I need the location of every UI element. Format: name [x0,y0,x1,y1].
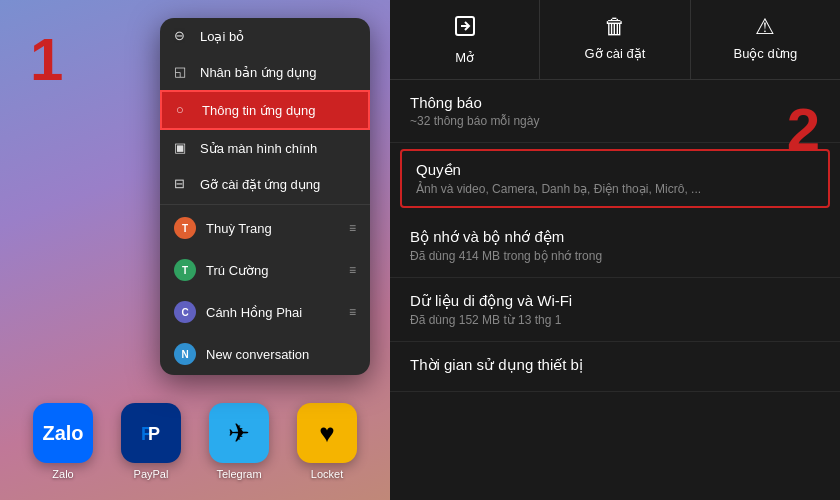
menu-item-nhan-ban[interactable]: ◱ Nhân bản ứng dụng [160,54,370,90]
telegram-label: Telegram [216,468,261,480]
zalo-label: Zalo [52,468,73,480]
context-menu: ⊖ Loại bỏ ◱ Nhân bản ứng dụng ○ Thông ti… [160,18,370,375]
sua-man-hinh-icon: ▣ [174,140,190,156]
action-bar: Mở 🗑 Gỡ cài đặt ⚠ Buộc dừng [390,0,840,80]
step-1-label: 1 [30,30,63,90]
go-cai-dat-label: Gỡ cài đặt ứng dụng [200,177,320,192]
thuy-trang-avatar: T [174,217,196,239]
left-panel: 1 ⊖ Loại bỏ ◱ Nhân bản ứng dụng ○ Thông … [0,0,390,500]
dock-item-paypal[interactable]: PP PayPal [121,403,181,480]
quyen-title: Quyền [416,161,814,179]
du-lieu-subtitle: Đã dùng 152 MB từ 13 thg 1 [410,313,820,327]
menu-item-go-cai-dat-app[interactable]: ⊟ Gỡ cài đặt ứng dụng [160,166,370,202]
go-cai-dat-btn-icon: 🗑 [604,14,626,40]
menu-item-tru-cuong[interactable]: T Trú Cường ≡ [160,249,370,291]
du-lieu-row[interactable]: Dữ liệu di động và Wi-Fi Đã dùng 152 MB … [390,278,840,342]
mo-icon [453,14,477,44]
new-conversation-label: New conversation [206,347,309,362]
loai-bo-label: Loại bỏ [200,29,244,44]
nhan-ban-label: Nhân bản ứng dụng [200,65,317,80]
tru-cuong-label: Trú Cường [206,263,268,278]
bo-nho-row[interactable]: Bộ nhớ và bộ nhớ đệm Đã dùng 414 MB tron… [390,214,840,278]
paypal-icon: PP [121,403,181,463]
nhan-ban-icon: ◱ [174,64,190,80]
tru-cuong-avatar: T [174,259,196,281]
mo-label: Mở [455,50,474,65]
bo-nho-title: Bộ nhớ và bộ nhớ đệm [410,228,820,246]
drag-handle-2: ≡ [349,263,356,277]
canh-hong-phai-label: Cánh Hồng Phai [206,305,302,320]
menu-item-new-conversation[interactable]: N New conversation [160,333,370,375]
buoc-dung-icon: ⚠ [755,14,775,40]
go-cai-dat-button[interactable]: 🗑 Gỡ cài đặt [540,0,690,79]
dock-item-zalo[interactable]: Zalo Zalo [33,403,93,480]
thoi-gian-row[interactable]: Thời gian sử dụng thiết bị [390,342,840,392]
zalo-icon: Zalo [33,403,93,463]
go-cai-dat-btn-label: Gỡ cài đặt [585,46,646,61]
step-2-label: 2 [787,100,820,160]
quyen-row[interactable]: Quyền Ảnh và video, Camera, Danh bạ, Điệ… [400,149,830,208]
quyen-subtitle: Ảnh và video, Camera, Danh bạ, Điện thoạ… [416,182,814,196]
bo-nho-subtitle: Đã dùng 414 MB trong bộ nhớ trong [410,249,820,263]
menu-divider [160,204,370,205]
drag-handle-3: ≡ [349,305,356,319]
app-dock: Zalo Zalo PP PayPal ✈ Telegram ♥ Locket [0,403,390,480]
paypal-label: PayPal [134,468,169,480]
right-panel: 2 Mở 🗑 Gỡ cài đặt ⚠ Buộc dừng Thông báo … [390,0,840,500]
canh-hong-phai-avatar: C [174,301,196,323]
loai-bo-icon: ⊖ [174,28,190,44]
thong-tin-label: Thông tin ứng dụng [202,103,316,118]
thong-bao-subtitle: ~32 thông báo mỗi ngày [410,114,820,128]
menu-item-thong-tin[interactable]: ○ Thông tin ứng dụng [160,90,370,130]
info-section: Thông báo ~32 thông báo mỗi ngày Quyền Ả… [390,80,840,392]
dock-item-telegram[interactable]: ✈ Telegram [209,403,269,480]
svg-text:P: P [148,424,160,444]
locket-label: Locket [311,468,343,480]
menu-item-sua-man-hinh[interactable]: ▣ Sửa màn hình chính [160,130,370,166]
dock-item-locket[interactable]: ♥ Locket [297,403,357,480]
mo-button[interactable]: Mở [390,0,540,79]
go-cai-dat-icon: ⊟ [174,176,190,192]
buoc-dung-label: Buộc dừng [733,46,797,61]
new-conversation-avatar: N [174,343,196,365]
locket-icon: ♥ [297,403,357,463]
buoc-dung-button[interactable]: ⚠ Buộc dừng [691,0,840,79]
du-lieu-title: Dữ liệu di động và Wi-Fi [410,292,820,310]
menu-item-thuy-trang[interactable]: T Thuỳ Trang ≡ [160,207,370,249]
telegram-icon: ✈ [209,403,269,463]
drag-handle: ≡ [349,221,356,235]
thong-tin-icon: ○ [176,102,192,118]
thuy-trang-label: Thuỳ Trang [206,221,272,236]
thong-bao-row[interactable]: Thông báo ~32 thông báo mỗi ngày [390,80,840,143]
thong-bao-title: Thông báo [410,94,820,111]
thoi-gian-title: Thời gian sử dụng thiết bị [410,356,820,374]
menu-item-canh-hong-phai[interactable]: C Cánh Hồng Phai ≡ [160,291,370,333]
sua-man-hinh-label: Sửa màn hình chính [200,141,317,156]
menu-item-loai-bo[interactable]: ⊖ Loại bỏ [160,18,370,54]
